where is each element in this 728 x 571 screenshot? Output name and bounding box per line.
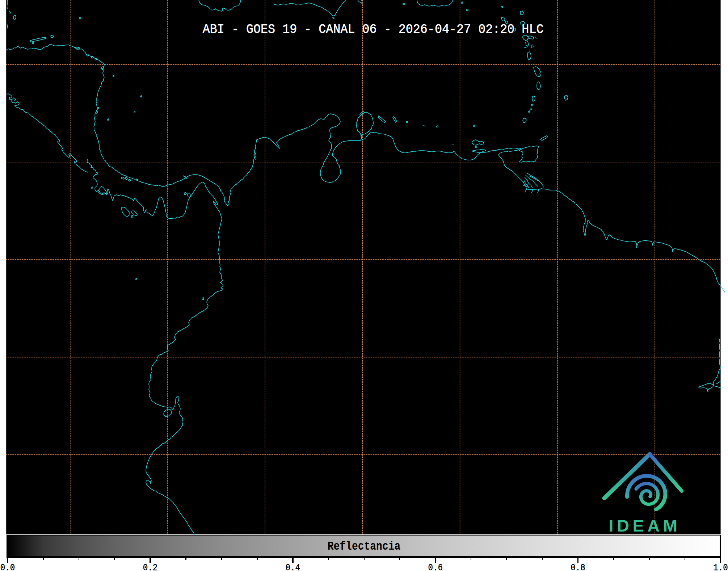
svg-text:1.0: 1.0 (713, 563, 728, 571)
svg-text:IDEAM: IDEAM (609, 516, 681, 535)
svg-text:0.0: 0.0 (0, 563, 15, 571)
svg-text:0.2: 0.2 (143, 563, 158, 571)
svg-text:0.8: 0.8 (571, 563, 585, 571)
svg-text:0.6: 0.6 (428, 563, 443, 571)
svg-text:0.4: 0.4 (286, 563, 300, 571)
svg-text:Reflectancia: Reflectancia (328, 540, 401, 553)
